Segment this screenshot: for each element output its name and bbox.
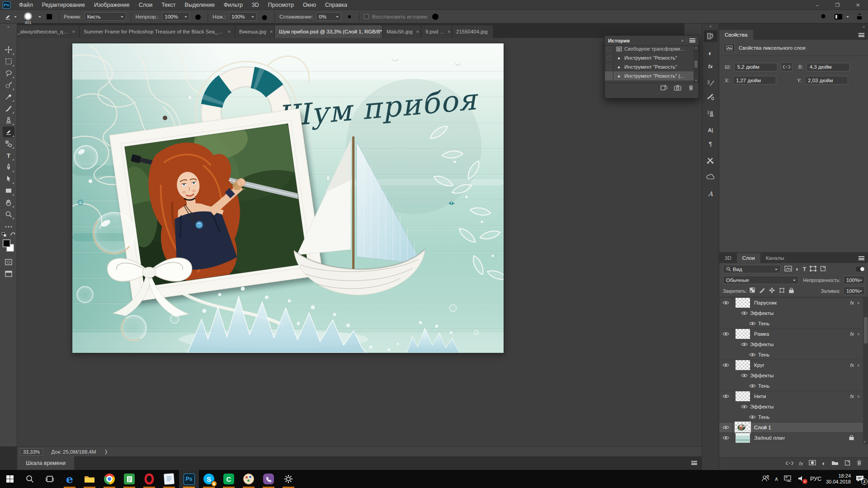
layer-thumbnail[interactable] [736, 298, 750, 308]
visibility-eye-icon[interactable] [748, 321, 756, 326]
lock-artboard-icon[interactable] [779, 287, 785, 295]
dock-styles-icon[interactable]: fx [704, 61, 717, 72]
swap-colors-icon[interactable] [10, 231, 16, 239]
filter-shape-icon[interactable] [810, 266, 816, 273]
visibility-eye-icon[interactable] [740, 373, 748, 378]
zoom-level-field[interactable]: 33,33% [20, 448, 43, 455]
dock-brush-settings-icon[interactable] [704, 77, 717, 89]
visibility-eye-icon[interactable] [719, 433, 733, 443]
dock-history-icon[interactable] [704, 30, 717, 42]
quick-selection-tool[interactable] [3, 80, 14, 90]
dock-tool-presets-icon[interactable] [704, 155, 717, 166]
menu-window[interactable]: Окно [298, 0, 321, 10]
tab-channels[interactable]: Каналы [760, 253, 790, 263]
collapse-fx-icon[interactable]: ∧ [854, 301, 863, 305]
collapse-fx-icon[interactable]: ∧ [854, 332, 863, 336]
tab-3d[interactable]: 3D [719, 253, 737, 263]
layer-opacity-field[interactable]: 100% [843, 276, 865, 284]
tab-timeline[interactable]: Шкала времени [17, 456, 74, 470]
shadow-effect-row[interactable]: Тень [719, 349, 863, 360]
brush-picker-dropdown-arrow[interactable] [38, 16, 41, 19]
start-button[interactable] [0, 470, 20, 488]
doc-tab-6[interactable]: 9.psd ...× [421, 25, 452, 38]
scroll-thumb[interactable] [864, 317, 868, 343]
delete-layer-icon[interactable] [856, 460, 862, 467]
new-document-from-state-icon[interactable] [660, 84, 667, 92]
move-tool[interactable] [3, 44, 14, 55]
canvas-pasteboard[interactable]: Шум прибоя [17, 38, 702, 446]
volume-muted-icon[interactable]: × [797, 475, 806, 483]
menu-3d[interactable]: 3D [247, 0, 264, 10]
filter-smart-object-icon[interactable] [820, 266, 826, 273]
layer-row-parusnik[interactable]: Парусник fx ∧ [719, 297, 863, 308]
close-icon[interactable]: × [228, 29, 231, 34]
airbrush-icon[interactable] [260, 12, 270, 22]
menu-view[interactable]: Просмотр [264, 0, 298, 10]
history-source-well[interactable] [605, 71, 613, 80]
taskbar-opera[interactable] [139, 470, 159, 488]
doc-tab-7[interactable]: 21550404.jpg [452, 25, 494, 38]
menu-file[interactable]: Файл [14, 0, 38, 10]
quick-mask-icon[interactable] [3, 257, 14, 267]
document-canvas[interactable]: Шум прибоя [72, 43, 504, 353]
history-source-well[interactable] [605, 53, 613, 62]
taskbar-file-explorer[interactable] [80, 470, 99, 488]
tab-properties[interactable]: Свойства [719, 30, 753, 40]
dock-creative-cloud-icon[interactable] [704, 171, 717, 183]
dock-character-icon[interactable]: A| [704, 124, 717, 136]
panels-collapse-icon[interactable]: » [863, 25, 865, 29]
rectangle-tool[interactable] [3, 185, 14, 196]
dock-adjustments-icon[interactable]: ◐ [704, 47, 717, 59]
screen-mode-icon[interactable] [3, 268, 14, 279]
task-view-button[interactable] [40, 470, 60, 488]
dock-expand-icon[interactable]: « [709, 23, 711, 29]
visibility-eye-icon[interactable] [740, 311, 748, 315]
scroll-up-icon[interactable]: ∧ [695, 46, 697, 50]
taskbar-camtasia[interactable]: C [219, 470, 239, 488]
new-snapshot-icon[interactable] [674, 85, 681, 92]
clone-stamp-tool[interactable] [3, 115, 14, 126]
effects-row[interactable]: Эффекты [719, 339, 863, 349]
history-source-well[interactable] [605, 62, 613, 71]
doc-tab-5[interactable]: MaluSh.jpg× [382, 25, 421, 38]
new-layer-icon[interactable] [844, 460, 850, 467]
delete-state-icon[interactable] [688, 84, 694, 92]
history-source-well[interactable] [605, 46, 613, 53]
y-field[interactable]: 2,03 дюйм [805, 76, 848, 84]
tab-layers[interactable]: Слои [737, 253, 760, 263]
timeline-menu-icon[interactable] [691, 461, 697, 465]
link-dimensions-icon[interactable] [781, 62, 793, 71]
close-button[interactable]: ✕ [848, 0, 868, 10]
path-selection-tool[interactable] [3, 174, 14, 184]
type-tool[interactable]: T [3, 150, 14, 161]
eyedropper-tool[interactable] [3, 91, 14, 102]
history-scrollbar[interactable]: ∧ ∨ [693, 46, 698, 83]
layer-thumbnail[interactable] [736, 391, 750, 401]
status-expand-icon[interactable]: ❯ [104, 449, 108, 454]
close-icon[interactable]: × [270, 29, 273, 34]
menu-type[interactable]: Текст [157, 0, 180, 10]
fx-badge[interactable]: fx [850, 331, 854, 337]
action-center-icon[interactable]: 2 [855, 474, 864, 484]
restore-history-checkbox[interactable] [364, 14, 369, 19]
history-state-sharpen-1[interactable]: ▲ Инструмент "Резкость" [605, 53, 698, 62]
new-group-icon[interactable] [831, 460, 839, 467]
tool-preset-eraser-icon[interactable] [3, 12, 13, 22]
dock-glyphs-icon[interactable]: A [704, 188, 717, 200]
layer-thumbnail[interactable] [736, 329, 750, 339]
opacity-select[interactable]: 100% [162, 12, 190, 21]
fx-badge[interactable]: fx [850, 362, 854, 368]
layer-row-background[interactable]: Задний план [719, 432, 863, 443]
tool-preset-dropdown-arrow[interactable] [14, 16, 17, 19]
gradient-tool[interactable] [3, 138, 14, 149]
taskbar-notepad[interactable] [159, 470, 179, 488]
foreground-color-swatch[interactable] [3, 239, 10, 247]
menu-select[interactable]: Выделение [180, 0, 219, 10]
layer-thumbnail[interactable] [736, 433, 750, 443]
visibility-eye-icon[interactable] [740, 342, 748, 347]
filter-pixel-icon[interactable] [784, 266, 792, 273]
restore-button[interactable]: ❐ [827, 0, 848, 10]
panel-collapse-icon[interactable]: » [681, 38, 684, 43]
visibility-eye-icon[interactable] [719, 360, 733, 370]
minimize-button[interactable]: – [807, 0, 827, 10]
